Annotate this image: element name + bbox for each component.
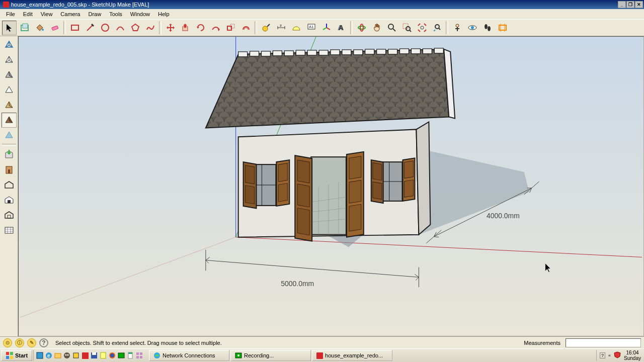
- ql-gimp-icon[interactable]: [63, 351, 71, 359]
- tape-measure-tool[interactable]: [259, 21, 273, 35]
- rectangle-tool[interactable]: [67, 21, 82, 35]
- dimension-tool[interactable]: 3': [274, 21, 288, 35]
- window-title: house_example_redo_005.skp - SketchUp Ma…: [11, 2, 149, 8]
- start-button[interactable]: Start: [1, 350, 32, 361]
- previous-view-tool[interactable]: [430, 21, 444, 35]
- menu-tools[interactable]: Tools: [105, 10, 126, 18]
- svg-rect-137: [136, 356, 139, 358]
- ql-sketchup-icon[interactable]: [81, 351, 89, 359]
- ql-doc-icon[interactable]: [126, 351, 134, 359]
- ql-app-icon[interactable]: [135, 351, 143, 359]
- style-monochrome[interactable]: [2, 98, 17, 113]
- svg-rect-116: [10, 352, 13, 355]
- polygon-tool[interactable]: [128, 21, 142, 35]
- style-wireframe[interactable]: [2, 37, 17, 52]
- style-shaded-textures[interactable]: [2, 82, 17, 98]
- text-tool[interactable]: A1: [304, 21, 318, 35]
- extension-warehouse[interactable]: [2, 177, 17, 192]
- menu-window[interactable]: Window: [126, 10, 154, 18]
- taskbar-item-sketchup[interactable]: house_example_redo...: [312, 350, 392, 361]
- close-button[interactable]: ✕: [635, 1, 643, 8]
- tray-clock[interactable]: 16:04: [624, 350, 641, 355]
- ql-notes-icon[interactable]: [99, 351, 107, 359]
- maximize-button[interactable]: ❐: [626, 1, 634, 8]
- look-around-tool[interactable]: [465, 21, 479, 35]
- taskbar-item-network[interactable]: Network Connections: [149, 350, 229, 361]
- tray-help-icon[interactable]: ?: [600, 352, 605, 358]
- menu-edit[interactable]: Edit: [19, 10, 37, 18]
- ql-save-icon[interactable]: [90, 351, 98, 359]
- svg-rect-72: [400, 49, 409, 54]
- follow-me-tool[interactable]: [208, 21, 223, 35]
- photo-textures[interactable]: [2, 222, 17, 237]
- claim-icon[interactable]: ✎: [27, 338, 36, 347]
- style-xray[interactable]: [2, 128, 17, 143]
- measurements-input[interactable]: [566, 338, 641, 347]
- svg-rect-70: [377, 49, 386, 54]
- warehouse-share[interactable]: [2, 162, 17, 177]
- circle-tool[interactable]: [98, 21, 112, 35]
- taskbar-item-recording[interactable]: Recording...: [230, 350, 311, 361]
- paint-bucket-tool[interactable]: [32, 21, 47, 35]
- geolocation-icon[interactable]: ⊙: [3, 338, 12, 347]
- add-location[interactable]: [2, 192, 17, 207]
- svg-rect-129: [101, 352, 106, 358]
- zoom-tool[interactable]: [384, 21, 399, 35]
- tray-expand-icon[interactable]: «: [608, 353, 611, 358]
- orbit-tool[interactable]: [354, 21, 369, 35]
- freehand-tool[interactable]: [143, 21, 157, 35]
- svg-point-38: [471, 26, 474, 29]
- scale-tool[interactable]: [223, 21, 238, 35]
- toolbar-separator: [350, 21, 353, 34]
- menu-camera[interactable]: Camera: [56, 10, 84, 18]
- eraser-tool[interactable]: [47, 21, 62, 35]
- walk-tool[interactable]: [480, 21, 495, 35]
- pan-tool[interactable]: [369, 21, 384, 35]
- menu-help[interactable]: Help: [154, 10, 174, 18]
- ql-paint-icon[interactable]: [72, 351, 80, 359]
- ql-ie-icon[interactable]: e: [45, 351, 53, 359]
- move-tool[interactable]: [163, 21, 178, 35]
- svg-rect-136: [140, 352, 142, 355]
- tray-shield-icon[interactable]: [614, 351, 621, 359]
- zoom-extents-tool[interactable]: [415, 21, 429, 35]
- menu-file[interactable]: File: [2, 10, 19, 18]
- menu-draw[interactable]: Draw: [84, 10, 105, 18]
- section-plane-tool[interactable]: [495, 21, 510, 35]
- svg-rect-75: [434, 48, 443, 53]
- select-tool[interactable]: [2, 21, 17, 35]
- protractor-tool[interactable]: [289, 21, 303, 35]
- make-component-tool[interactable]: [17, 21, 32, 35]
- push-pull-tool[interactable]: [178, 21, 193, 35]
- menu-view[interactable]: View: [37, 10, 57, 18]
- rotate-tool[interactable]: [193, 21, 208, 35]
- ql-show-desktop-icon[interactable]: [36, 351, 44, 359]
- ql-explorer-icon[interactable]: [54, 351, 62, 359]
- svg-point-125: [67, 354, 69, 356]
- 3d-viewport[interactable]: 5000.0mm 4000.0mm: [18, 36, 644, 336]
- warehouse-get[interactable]: [2, 147, 17, 162]
- style-shaded[interactable]: [2, 67, 17, 82]
- svg-rect-74: [423, 49, 432, 54]
- zoom-window-tool[interactable]: [399, 21, 414, 35]
- minimize-button[interactable]: _: [618, 1, 626, 8]
- svg-line-27: [393, 29, 395, 31]
- help-icon[interactable]: ?: [39, 338, 48, 347]
- svg-rect-66: [331, 50, 340, 55]
- line-tool[interactable]: [83, 21, 97, 35]
- measurements-label: Measurements: [524, 340, 562, 346]
- svg-rect-28: [403, 24, 408, 29]
- svg-rect-99: [349, 204, 361, 231]
- svg-rect-118: [10, 356, 13, 359]
- toggle-terrain[interactable]: [2, 207, 17, 222]
- axes-tool[interactable]: [319, 21, 334, 35]
- style-textured[interactable]: [2, 113, 17, 128]
- arc-tool[interactable]: [113, 21, 127, 35]
- style-hidden-line[interactable]: [2, 52, 17, 67]
- credits-icon[interactable]: ⓘ: [15, 338, 24, 347]
- offset-tool[interactable]: [238, 21, 253, 35]
- 3d-text-tool[interactable]: AA: [334, 21, 349, 35]
- ql-firefox-icon[interactable]: [108, 351, 116, 359]
- position-camera-tool[interactable]: [450, 21, 464, 35]
- ql-terminal-icon[interactable]: [117, 351, 125, 359]
